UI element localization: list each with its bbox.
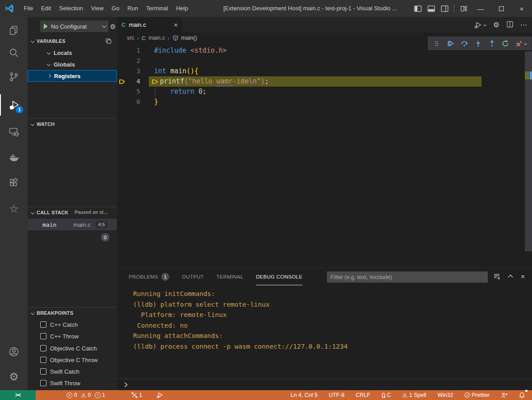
customize-layout-icon[interactable] <box>457 2 470 15</box>
breadcrumb-folder[interactable]: src <box>127 35 134 41</box>
maximize-panel-icon[interactable] <box>507 273 514 281</box>
breakpoint-checkbox[interactable] <box>40 345 46 351</box>
remote-indicator[interactable]: >< <box>0 390 36 400</box>
breadcrumb-symbol[interactable]: main() <box>181 35 197 41</box>
remote-explorer-icon[interactable] <box>0 121 28 142</box>
tab-main-c[interactable]: C main.c × <box>117 17 182 33</box>
variables-locals-row[interactable]: Locals <box>28 47 117 58</box>
menu-file[interactable]: File <box>20 3 37 14</box>
toggle-sidebar-icon[interactable] <box>411 2 424 15</box>
close-tab-icon[interactable]: × <box>174 21 178 29</box>
close-window-button[interactable]: × <box>511 0 532 17</box>
eol-item[interactable]: CRLF <box>354 390 372 400</box>
console-filter-input[interactable] <box>327 271 488 283</box>
settings-gear-icon[interactable]: ⚙ <box>0 366 28 388</box>
variables-section-header[interactable]: VARIABLES <box>28 36 117 46</box>
gutter-glyph-margin[interactable] <box>117 46 128 56</box>
call-stack-section-header[interactable]: CALL STACK Paused on st... <box>28 207 117 217</box>
breakpoint-checkbox[interactable] <box>40 333 46 339</box>
breakpoint-row[interactable]: Objective C Throw <box>28 354 117 366</box>
close-panel-icon[interactable]: × <box>521 273 525 281</box>
debug-gear-icon[interactable]: ⚙ <box>110 23 116 31</box>
variables-globals-row[interactable]: Globals <box>28 58 117 70</box>
breakpoint-row[interactable]: Swift Throw <box>28 377 117 389</box>
tab-terminal[interactable]: TERMINAL <box>216 268 243 285</box>
start-debug-icon[interactable] <box>44 24 48 29</box>
encoding-item[interactable]: UTF-8 <box>327 390 346 400</box>
frame-position-badge: 4:5 <box>95 221 108 228</box>
tools-status-item[interactable]: 1 <box>130 390 144 400</box>
tab-debug-console[interactable]: DEBUG CONSOLE <box>256 268 302 285</box>
step-out-button[interactable] <box>486 38 498 49</box>
gutter-glyph-margin[interactable] <box>117 87 128 97</box>
gutter-glyph-margin[interactable] <box>117 76 128 87</box>
breakpoint-row[interactable]: C++ Throw <box>28 330 117 342</box>
breadcrumb-file[interactable]: main.c <box>148 35 165 41</box>
clear-console-icon[interactable] <box>493 273 500 281</box>
menu-edit[interactable]: Edit <box>37 3 55 14</box>
debug-console-input[interactable] <box>117 379 532 390</box>
account-icon[interactable] <box>0 341 28 362</box>
toggle-secondary-sidebar-icon[interactable] <box>438 2 451 15</box>
maximize-button[interactable] <box>491 0 511 17</box>
step-over-button[interactable] <box>459 38 470 49</box>
toggle-panel-icon[interactable] <box>424 2 438 15</box>
spell-checker-item[interactable]: ⚠ 1 Spell <box>401 390 427 400</box>
run-and-debug-icon[interactable]: 1 <box>0 94 28 116</box>
step-into-button[interactable] <box>473 38 484 49</box>
tab-problems[interactable]: PROBLEMS 1 <box>129 268 169 285</box>
restart-button[interactable] <box>500 38 511 49</box>
code-editor[interactable]: 1 #include <stdio.h> 2 3 int main(){ 4 <box>117 43 532 268</box>
editor-scrollbar[interactable] <box>525 51 532 251</box>
star-extension-icon[interactable]: ☆ <box>0 198 28 220</box>
split-editor-icon[interactable] <box>507 21 513 29</box>
language-mode-item[interactable]: {} C <box>380 390 392 400</box>
editor-settings-gear-icon[interactable]: ⚙ <box>493 21 499 29</box>
breakpoint-row[interactable]: C++ Catch <box>28 319 117 330</box>
run-or-debug-button[interactable] <box>474 21 486 29</box>
search-icon[interactable] <box>0 42 28 63</box>
explorer-icon[interactable] <box>0 20 28 41</box>
disconnect-button[interactable] <box>514 38 528 49</box>
feedback-item[interactable] <box>499 390 509 400</box>
stack-frame-row[interactable]: main main.c 4:5 <box>28 219 117 230</box>
menu-run[interactable]: Run <box>123 3 142 14</box>
breakpoints-section-header[interactable]: BREAKPOINTS <box>28 307 117 318</box>
variables-registers-row[interactable]: Registers <box>28 70 117 82</box>
menu-help[interactable]: Help <box>172 3 192 14</box>
extensions-icon[interactable] <box>0 172 28 194</box>
more-actions-icon[interactable]: ··· <box>520 21 528 28</box>
code-token: int <box>154 67 170 75</box>
breakpoint-row[interactable]: Objective C Catch <box>28 342 117 354</box>
breakpoint-row[interactable]: Swift Catch <box>28 366 117 377</box>
gutter-glyph-margin[interactable] <box>117 56 128 66</box>
formatter-item[interactable]: Prettier <box>463 390 491 400</box>
debug-status-item[interactable] <box>155 390 165 400</box>
toolbar-drag-grip[interactable] <box>431 38 442 49</box>
gutter-glyph-margin[interactable] <box>117 66 128 76</box>
code-token: printf <box>160 77 184 85</box>
menu-view[interactable]: View <box>87 3 108 14</box>
breakpoint-checkbox[interactable] <box>40 368 46 375</box>
problems-status-item[interactable]: × 0 ⚠ 0 i 1 <box>65 390 107 400</box>
menu-terminal[interactable]: Terminal <box>142 3 172 14</box>
watch-section-header[interactable]: WATCH <box>28 118 117 129</box>
tab-output[interactable]: OUTPUT <box>182 268 204 285</box>
breakpoint-checkbox[interactable] <box>40 380 46 386</box>
continue-button[interactable] <box>445 38 456 49</box>
source-control-icon[interactable] <box>0 66 28 88</box>
menu-go[interactable]: Go <box>108 3 123 14</box>
docker-icon[interactable] <box>0 146 28 168</box>
copy-icon[interactable] <box>105 38 112 44</box>
breakpoint-checkbox[interactable] <box>40 357 46 363</box>
platform-item[interactable]: Win32 <box>436 390 454 400</box>
breakpoint-label: C++ Throw <box>50 333 79 340</box>
breakpoint-checkbox[interactable] <box>40 321 46 328</box>
gutter-glyph-margin[interactable] <box>117 97 128 107</box>
menu-selection[interactable]: Selection <box>55 3 87 14</box>
notifications-item[interactable] <box>517 390 527 400</box>
status-bar: >< × 0 ⚠ 0 i 1 1 Ln 4, Col 5 UTF-8 CRLF … <box>0 390 532 400</box>
debug-config-dropdown[interactable]: No Configurat <box>40 21 109 32</box>
cursor-position-item[interactable]: Ln 4, Col 5 <box>289 390 318 400</box>
minimize-button[interactable]: — <box>470 0 491 17</box>
